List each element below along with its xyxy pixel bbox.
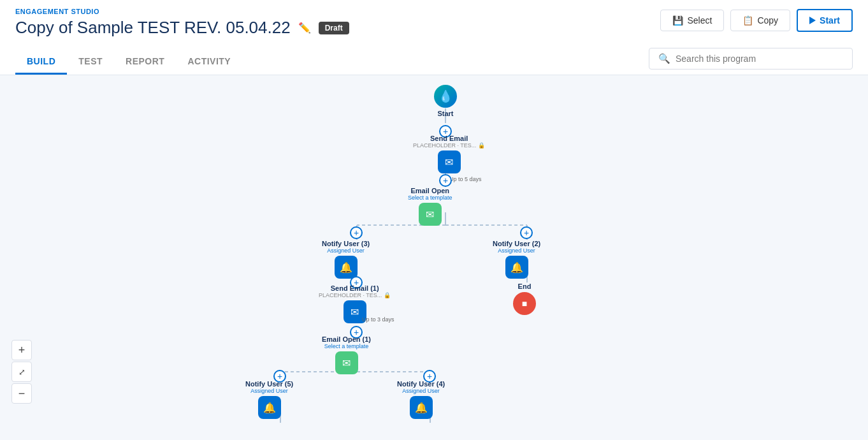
search-icon: 🔍 [658, 53, 670, 64]
end-1-node[interactable]: End ■ [513, 282, 536, 315]
notify-user-3-node[interactable]: Notify User (3) Assigned User 🔔 [322, 240, 370, 279]
email-open-2-node[interactable]: Email Open (1) Select a template ✉ [322, 335, 371, 374]
tab-activity[interactable]: ACTIVITY [176, 50, 242, 75]
select-label: Select [687, 15, 712, 26]
start-label: Start [437, 110, 453, 117]
notify-icon-4: 🔔 [410, 396, 433, 419]
search-input[interactable] [676, 54, 843, 64]
condition-label-2: Up to 3 days [362, 316, 394, 323]
zoom-controls: + ⤢ − [11, 340, 32, 404]
send-email-node[interactable]: Send Email PLACEHOLDER · TES... 🔒 ✉ [413, 135, 485, 173]
play-icon [809, 17, 816, 24]
notify-user-4-node[interactable]: Notify User (4) Assigned User 🔔 [397, 380, 445, 419]
zoom-in-button[interactable]: + [11, 340, 32, 360]
notify-user-5-node[interactable]: Notify User (5) Assigned User 🔔 [245, 380, 293, 419]
select-button[interactable]: 💾 Select [660, 10, 724, 31]
start-button[interactable]: Start [797, 9, 853, 32]
lock-icon-2: 🔒 [384, 292, 391, 298]
start-node[interactable]: 💧 Start [434, 85, 457, 117]
copy-button[interactable]: 📋 Copy [730, 10, 790, 31]
notify-icon-2: 🔔 [505, 256, 528, 279]
tab-report[interactable]: REPORT [114, 50, 176, 75]
edit-icon[interactable]: ✏️ [298, 22, 311, 34]
start-label: Start [820, 15, 840, 26]
tab-test[interactable]: TEST [67, 50, 114, 75]
email-open-node[interactable]: Email Open Select a template ✉ [408, 187, 452, 226]
tab-bar: BUILD TEST REPORT ACTIVITY [15, 50, 242, 75]
email-icon: ✉ [438, 150, 461, 173]
add-btn-2[interactable]: + [439, 174, 452, 187]
app-header: 💾 Select 📋 Copy Start ENGAGEMENT STUDIO … [0, 0, 868, 75]
notify-user-2-node[interactable]: Notify User (2) Assigned User 🔔 [493, 240, 540, 279]
add-btn-left-1[interactable]: + [350, 226, 363, 239]
copy-icon: 📋 [742, 15, 753, 26]
search-bar: 🔍 [649, 48, 853, 70]
zoom-out-button[interactable]: − [11, 383, 32, 404]
header-actions: 💾 Select 📋 Copy Start [660, 9, 853, 32]
copy-label: Copy [757, 15, 778, 26]
select-icon: 💾 [672, 15, 683, 26]
add-btn-right-1[interactable]: + [520, 226, 533, 239]
start-icon: 💧 [434, 85, 457, 108]
lock-icon: 🔒 [478, 142, 485, 149]
expand-button[interactable]: ⤢ [11, 362, 32, 382]
page-title: Copy of Sample TEST REV. 05.04.22 [15, 18, 291, 38]
tab-build[interactable]: BUILD [15, 50, 67, 75]
notify-icon-5: 🔔 [258, 396, 281, 419]
draft-badge: Draft [319, 22, 349, 34]
trigger-icon: ✉ [419, 203, 442, 226]
notify-icon-3: 🔔 [335, 256, 358, 279]
end-icon-1: ■ [513, 292, 536, 315]
condition-label-1: Up to 5 days [449, 176, 482, 182]
trigger-icon-2: ✉ [335, 351, 358, 374]
flow-canvas: 💧 Start + Send Email PLACEHOLDER · TES..… [0, 75, 868, 423]
